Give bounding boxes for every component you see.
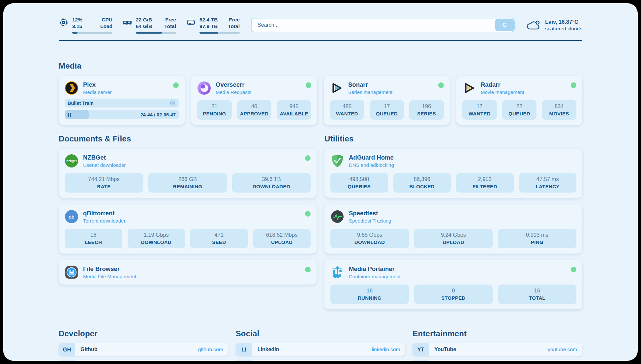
service-subtitle: Usenet downloader <box>83 162 300 168</box>
service-card-radarr[interactable]: Radarr Movie management 17WANTED 22QUEUE… <box>456 76 582 125</box>
ram-stat: 22 GiB 64 GiB Free Total <box>122 16 176 34</box>
service-subtitle: DNS and adblocking <box>349 162 576 168</box>
disk-stat: 52.4 TB 97.9 TB Free Total <box>186 16 240 34</box>
link-abbr-badge: GH <box>59 343 75 356</box>
search-bar: G <box>251 18 515 32</box>
cloud-icon <box>526 19 541 31</box>
disk-free-label: Free <box>228 16 240 23</box>
link-name: Netflix <box>429 360 553 361</box>
stat-box: 2,953FILTERED <box>456 173 514 193</box>
stat-value: 16 <box>500 288 574 294</box>
stat-value: 2,953 <box>458 176 512 182</box>
link-url[interactable]: twitter.com <box>376 360 405 361</box>
service-card-overseerr[interactable]: Overseerr Media Requests 21PENDING 40APP… <box>191 76 317 125</box>
section-title-documents: Documents & Files <box>59 134 317 143</box>
service-card-filebrowser[interactable]: File Browser Media File Management <box>59 260 317 285</box>
link-url[interactable]: linkedin.com <box>372 343 405 356</box>
entertainment-section: Entertainment YT YouTube youtube.com NF … <box>412 329 582 361</box>
link-url[interactable]: youtube.com <box>548 343 582 356</box>
stat-value: 9.65 Gbps <box>332 232 407 238</box>
search-input[interactable] <box>251 18 515 32</box>
service-card-adguard[interactable]: AdGuard Home DNS and adblocking 498,508Q… <box>324 149 582 198</box>
stat-box: 196SERIES <box>409 100 444 120</box>
link-row-github[interactable]: GH Github github.com <box>59 343 229 356</box>
service-name: qBittorrent <box>83 210 300 217</box>
stat-label: LEECH <box>67 239 120 245</box>
stat-box: 47.57 msLATENCY <box>519 173 577 193</box>
service-card-plex[interactable]: Plex Media server Bullet Train 24:44 / 0… <box>59 76 185 125</box>
service-card-sonarr[interactable]: Sonarr Series management 485WANTED 17QUE… <box>324 76 450 125</box>
utilities-section: Utilities AdGuard Home <box>324 134 582 309</box>
section-title-utilities: Utilities <box>324 134 582 143</box>
now-playing-reel-icon[interactable] <box>169 100 176 106</box>
stat-box: 16RUNNING <box>330 285 409 304</box>
cpu-progress-bar <box>72 32 112 34</box>
link-row-youtube[interactable]: YT YouTube youtube.com <box>412 343 582 356</box>
service-name: File Browser <box>83 265 300 273</box>
stat-box: 945AVAILABLE <box>277 100 311 120</box>
service-card-speedtest[interactable]: Speedtest Speedtest Tracking 9.65 GbpsDO… <box>324 204 582 254</box>
stat-value: 266 GB <box>150 176 225 182</box>
stat-box: 498,508QUERIES <box>330 173 388 193</box>
disk-free-value: 52.4 TB <box>199 16 218 23</box>
now-playing-title: Bullet Train <box>68 101 94 106</box>
playback-progress-bar[interactable]: 24:44 / 02:06:47 <box>65 110 179 119</box>
stat-value: 0 <box>416 288 491 294</box>
stat-box: 40APPROVED <box>237 100 272 120</box>
svg-text:qb: qb <box>69 214 74 220</box>
developer-section: Developer GH Github github.com SO StackO… <box>59 329 229 361</box>
service-card-portainer[interactable]: Media Portainer Container management 16R… <box>324 260 582 309</box>
stat-label: APPROVED <box>239 111 270 116</box>
stat-label: BLOCKED <box>395 184 449 189</box>
stat-value: 47.57 ms <box>521 176 575 182</box>
cpu-load-value: 3.15 <box>72 23 82 30</box>
stat-box: 9.65 GbpsDOWNLOAD <box>330 229 409 248</box>
service-card-qbittorrent[interactable]: qb qBittorrent Torrent downloader 16LEEC… <box>59 204 317 254</box>
cpu-stat: 12% 3.15 CPU Load <box>59 16 112 34</box>
link-url[interactable]: stackoverflow.com <box>181 360 229 361</box>
stat-box: 834MOVIES <box>542 100 576 120</box>
stat-label: QUEUED <box>372 111 402 116</box>
link-abbr-badge: TW <box>236 360 252 361</box>
service-subtitle: Media File Management <box>83 274 300 279</box>
link-row-twitter[interactable]: TW Twitter twitter.com <box>236 360 406 361</box>
filebrowser-icon <box>65 265 78 279</box>
stat-value: 22 <box>504 103 535 109</box>
stat-value: 196 <box>411 103 442 109</box>
stat-label: QUERIES <box>332 184 386 189</box>
link-name: Twitter <box>252 360 376 361</box>
service-subtitle: Torrent downloader <box>83 218 300 224</box>
link-row-stackoverflow[interactable]: SO StackOverflow stackoverflow.com <box>59 360 229 361</box>
pause-icon[interactable] <box>68 113 71 117</box>
link-row-netflix[interactable]: NF Netflix netflix.com <box>412 360 582 361</box>
service-subtitle: Series management <box>348 89 434 95</box>
stat-value: 40 <box>239 103 270 109</box>
link-row-linkedin[interactable]: LI LinkedIn linkedin.com <box>236 343 406 356</box>
disk-icon <box>186 17 196 27</box>
cpu-usage-value: 12% <box>72 16 82 23</box>
system-stats: 12% 3.15 CPU Load <box>59 16 240 34</box>
stat-box: 0STOPPED <box>414 285 493 304</box>
link-url[interactable]: netflix.com <box>553 360 582 361</box>
stat-box: 618.52 MbpsUPLOAD <box>253 229 311 248</box>
service-name: AdGuard Home <box>349 154 576 161</box>
link-url[interactable]: github.com <box>198 343 229 356</box>
stat-box: 1.19 GbpsDOWNLOAD <box>128 229 185 248</box>
stat-label: DOWNLOADED <box>234 184 309 189</box>
stat-label: SERIES <box>411 111 442 116</box>
stat-value: 86,396 <box>395 176 449 182</box>
link-name: YouTube <box>429 343 548 356</box>
search-engine-button[interactable]: G <box>495 19 514 31</box>
status-online-dot <box>571 267 576 272</box>
service-card-nzbget[interactable]: nzbget NZBGet Usenet downloader 744.21 M… <box>59 149 317 198</box>
link-abbr-badge: YT <box>412 343 429 356</box>
ram-icon <box>122 17 132 27</box>
ram-free-label: Free <box>164 16 176 23</box>
stat-box: 86,396BLOCKED <box>393 173 451 193</box>
cpu-icon <box>59 17 69 27</box>
stat-box: 21PENDING <box>197 100 232 120</box>
link-name: Github <box>75 343 198 356</box>
status-online-dot <box>438 82 444 88</box>
status-online-dot <box>306 82 311 88</box>
section-title-media: Media <box>59 61 582 71</box>
